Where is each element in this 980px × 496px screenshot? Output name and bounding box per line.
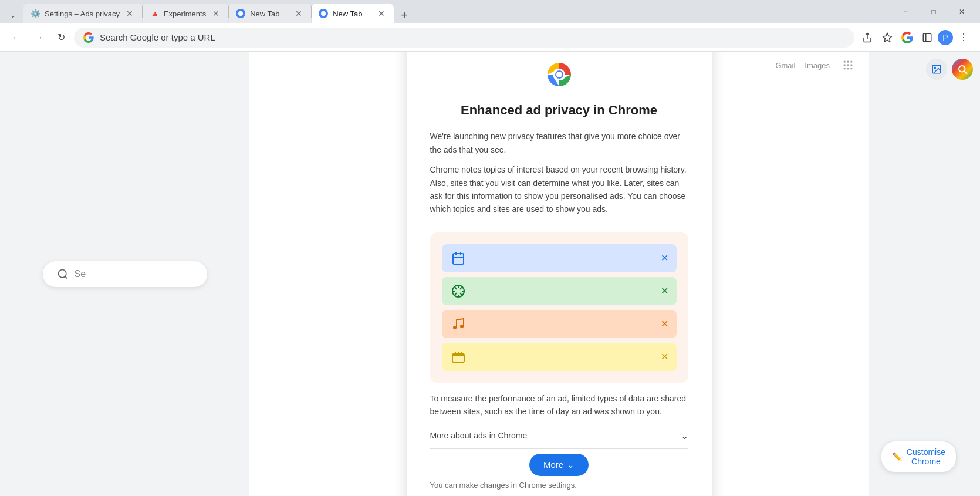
tab-title-settings: Settings – Ads privacy	[45, 9, 120, 18]
google-lens-button[interactable]	[952, 59, 973, 80]
ads-privacy-dialog: Enhanced ad privacy in Chrome We're laun…	[407, 52, 712, 496]
more-button[interactable]: More ⌄	[529, 454, 589, 476]
svg-point-34	[934, 67, 935, 68]
image-search-button[interactable]	[926, 59, 947, 80]
chrome-menu-button[interactable]: ⋮	[954, 28, 973, 47]
topic-remove-calendar[interactable]: ✕	[661, 252, 668, 264]
more-about-section: More about ads in Chrome ⌄	[430, 430, 688, 449]
google-g-icon	[83, 32, 94, 43]
tab-favicon-experiments: 🔺	[150, 9, 159, 18]
profile-avatar[interactable]: P	[938, 30, 953, 45]
svg-point-21	[556, 72, 562, 77]
dialog-illustration: ✕ ✕	[430, 232, 688, 383]
back-button[interactable]: ←	[7, 28, 26, 47]
forward-button[interactable]: →	[29, 28, 48, 47]
tab-favicon-newtab2	[319, 9, 328, 18]
maximize-button[interactable]: □	[920, 2, 947, 21]
bookmark-button[interactable]	[878, 28, 897, 47]
tab-experiments[interactable]: 🔺 Experiments ✕	[143, 4, 228, 23]
svg-rect-22	[453, 254, 464, 264]
calendar-icon	[450, 250, 467, 266]
tab-title-experiments: Experiments	[164, 9, 206, 18]
browser-window: ⌄ ⚙️ Settings – Ads privacy ✕ 🔺 Experime…	[0, 0, 980, 496]
new-tab-button[interactable]: +	[396, 7, 413, 23]
search-pill-text: Se	[75, 269, 86, 279]
tab-close-settings[interactable]: ✕	[124, 8, 135, 19]
customise-chrome-pencil-icon: ✏️	[892, 452, 902, 461]
topic-row-music: ✕	[442, 310, 677, 338]
svg-marker-4	[883, 33, 892, 41]
right-panel: ✏️ Customise Chrome	[869, 52, 980, 496]
tab-favicon-newtab1	[236, 9, 245, 18]
google-account-button[interactable]	[898, 28, 917, 47]
minimize-button[interactable]: −	[892, 2, 919, 21]
share-button[interactable]	[858, 28, 877, 47]
tab-close-experiments[interactable]: ✕	[211, 8, 221, 19]
dialog-footer-text: You can make changes in Chrome settings.	[430, 481, 688, 490]
topic-remove-music[interactable]: ✕	[661, 318, 668, 329]
tab-close-newtab1[interactable]: ✕	[293, 8, 304, 19]
topic-row-calendar: ✕	[442, 244, 677, 272]
more-about-chevron-icon[interactable]: ⌄	[681, 430, 688, 441]
right-toolbar-icons	[869, 52, 980, 87]
topic-remove-film[interactable]: ✕	[661, 351, 668, 362]
topic-row-film: ✕	[442, 343, 677, 371]
customise-chrome-label: Customise Chrome	[907, 447, 945, 466]
customise-chrome-button[interactable]: ✏️ Customise Chrome	[881, 441, 957, 473]
svg-point-27	[453, 326, 457, 329]
topic-row-soccer: ✕	[442, 277, 677, 305]
tab-settings-ads-privacy[interactable]: ⚙️ Settings – Ads privacy ✕	[23, 4, 142, 23]
music-icon	[450, 316, 467, 332]
toolbar: ← → ↻ Search Google or type a URL	[0, 23, 980, 52]
search-area: Se	[43, 261, 207, 287]
dialog-paragraph1: We're launching new privacy features tha…	[430, 130, 688, 156]
more-about-label: More about ads in Chrome	[430, 431, 528, 440]
svg-rect-5	[923, 33, 931, 42]
tab-close-newtab2[interactable]: ✕	[376, 8, 387, 19]
left-panel: Se	[0, 52, 249, 496]
content-area: Se Gmail Images	[0, 52, 980, 496]
toolbar-actions: P ⋮	[858, 28, 973, 47]
search-pill[interactable]: Se	[43, 261, 207, 287]
topic-remove-soccer[interactable]: ✕	[661, 285, 668, 296]
film-icon	[450, 349, 467, 365]
window-controls: − □ ✕	[892, 2, 975, 23]
dialog-paragraph2: Chrome notes topics of interest based on…	[430, 163, 688, 216]
dialog-bottom-text: To measure the performance of an ad, lim…	[430, 392, 688, 419]
svg-line-36	[964, 71, 967, 73]
svg-point-1	[238, 11, 243, 16]
svg-line-8	[65, 276, 67, 278]
newtab-main-content: Gmail Images	[249, 52, 869, 496]
tab-title-newtab1: New Tab	[250, 9, 289, 18]
dialog-title: Enhanced ad privacy in Chrome	[461, 103, 657, 118]
svg-point-7	[58, 269, 66, 277]
reload-button[interactable]: ↻	[52, 28, 70, 47]
tab-favicon-settings: ⚙️	[31, 9, 40, 18]
address-bar[interactable]: Search Google or type a URL	[74, 28, 854, 48]
search-icon	[57, 268, 69, 280]
sidebar-toggle-button[interactable]	[918, 28, 937, 47]
soccer-icon	[450, 283, 467, 299]
tab-newtab-1[interactable]: New Tab ✕	[229, 4, 311, 23]
tab-title-newtab2: New Tab	[333, 9, 371, 18]
tab-newtab-2[interactable]: New Tab ✕	[312, 4, 394, 23]
more-button-label: More	[543, 460, 563, 470]
address-bar-text: Search Google or type a URL	[100, 32, 845, 42]
tab-scroll-button[interactable]: ⌄	[5, 7, 21, 23]
more-button-chevron-icon: ⌄	[567, 460, 575, 470]
chrome-logo	[543, 58, 576, 91]
dialog-overlay: Enhanced ad privacy in Chrome We're laun…	[249, 52, 869, 496]
svg-point-3	[321, 11, 326, 16]
svg-point-28	[460, 325, 464, 328]
close-button[interactable]: ✕	[948, 2, 975, 21]
tab-bar: ⌄ ⚙️ Settings – Ads privacy ✕ 🔺 Experime…	[0, 0, 980, 23]
